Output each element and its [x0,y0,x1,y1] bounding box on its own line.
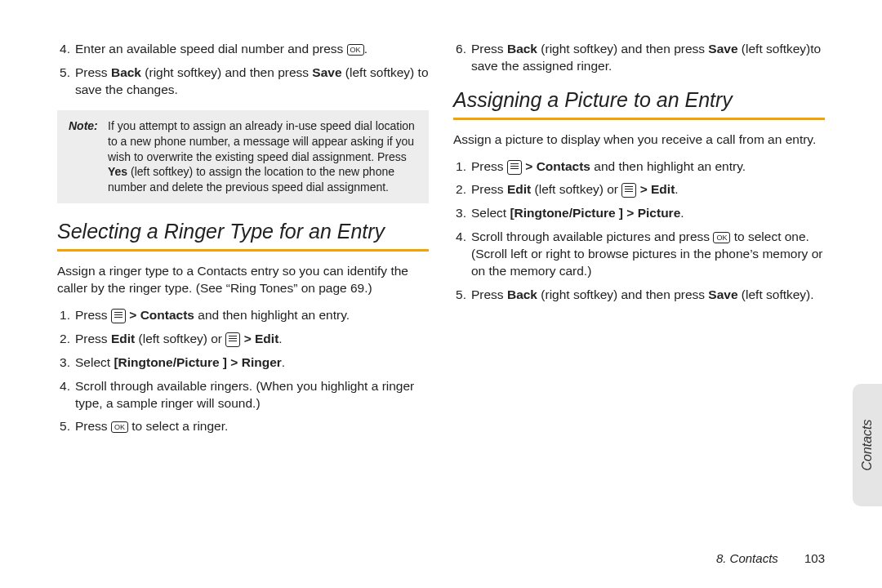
section-heading-picture: Assigning a Picture to an Entry [453,87,825,116]
ringer-intro: Assign a ringer type to a Contacts entry… [57,263,429,297]
bold-text: [Ringtone/Picture ] [114,355,227,369]
bold-text: Picture [638,206,681,220]
left-column: 4.Enter an available speed dial number a… [57,41,429,447]
gt-separator: > [626,206,634,220]
right-top-steps: 6.Press Back (right softkey) and then pr… [453,41,825,75]
ringer-steps: 1.Press > Contacts and then highlight an… [57,307,429,436]
bold-text: Edit [651,182,675,196]
step-body: Press Back (right softkey) and then pres… [471,287,825,304]
gt-separator: > [640,182,648,196]
list-item: 4.Enter an available speed dial number a… [57,41,429,58]
list-item: 4.Scroll through available pictures and … [453,229,825,280]
step-body: Press Back (right softkey) and then pres… [75,65,429,99]
note-text: If you attempt to assign an already in-u… [69,118,417,195]
section-rule [453,118,825,120]
step-body: Select [Ringtone/Picture ] > Ringer. [75,354,429,372]
note-label: Note: [69,118,103,134]
bold-text: Back [111,65,141,79]
footer-chapter: 8. Contacts [716,551,778,565]
bold-text: Save [708,287,737,301]
bold-text: Ringer [242,355,282,369]
page-body: 4.Enter an available speed dial number a… [0,0,882,496]
step-body: Press > Contacts and then highlight an e… [75,307,429,324]
footer-page-number: 103 [804,551,825,565]
step-number: 4. [57,41,75,58]
step-number: 1. [453,158,471,176]
bold-text: Contacts [537,159,590,173]
step-body: Select [Ringtone/Picture ] > Picture. [471,205,825,222]
step-number: 5. [57,418,75,435]
bold-text: Back [507,287,537,301]
step-body: Enter an available speed dial number and… [75,41,429,58]
menu-key-icon [621,183,636,198]
list-item: 3.Select [Ringtone/Picture ] > Picture. [453,205,825,222]
step-body: Press OK to select a ringer. [75,418,429,435]
bold-text: [Ringtone/Picture ] [510,206,623,220]
step-body: Press Back (right softkey) and then pres… [471,41,825,75]
section-heading-ringer: Selecting a Ringer Type for an Entry [57,218,429,247]
step-number: 3. [57,354,75,372]
step-number: 1. [57,307,75,324]
list-item: 5.Press Back (right softkey) and then pr… [57,65,429,99]
step-number: 2. [453,181,471,198]
bold-text: Edit [507,182,531,196]
list-item: 5.Press OK to select a ringer. [57,418,429,435]
menu-key-icon [111,309,126,323]
step-body: Scroll through available pictures and pr… [471,229,825,280]
note-box: Note: If you attempt to assign an alread… [57,110,429,203]
list-item: 1.Press > Contacts and then highlight an… [453,158,825,176]
step-number: 6. [453,41,471,75]
list-item: 2.Press Edit (left softkey) or > Edit. [57,331,429,348]
step-number: 4. [57,378,75,412]
bold-text: Save [312,65,341,79]
ok-key-icon: OK [713,232,730,243]
list-item: 5.Press Back (right softkey) and then pr… [453,287,825,304]
gt-separator: > [129,308,136,322]
gt-separator: > [525,159,532,173]
list-item: 2.Press Edit (left softkey) or > Edit. [453,181,825,198]
list-item: 4.Scroll through available ringers. (Whe… [57,378,429,412]
gt-separator: > [230,355,238,369]
step-number: 4. [453,229,471,280]
picture-steps: 1.Press > Contacts and then highlight an… [453,158,825,304]
list-item: 1.Press > Contacts and then highlight an… [57,307,429,324]
step-body: Press Edit (left softkey) or > Edit. [471,181,825,198]
gt-separator: > [244,332,252,345]
picture-intro: Assign a picture to display when you rec… [453,131,825,149]
ok-key-icon: OK [111,421,128,433]
list-item: 3.Select [Ringtone/Picture ] > Ringer. [57,354,429,372]
section-rule [57,249,429,252]
side-tab: Contacts [853,384,882,506]
left-top-steps: 4.Enter an available speed dial number a… [57,41,429,99]
page-footer: 8. Contacts 103 [716,551,825,565]
step-number: 3. [453,205,471,222]
ok-key-icon: OK [347,44,364,56]
bold-text: Back [507,42,537,56]
step-body: Press > Contacts and then highlight an e… [471,158,825,176]
bold-text: Save [708,42,737,56]
bold-text: Edit [111,332,135,345]
menu-key-icon [507,160,522,175]
side-tab-label: Contacts [860,419,875,470]
bold-text: Contacts [140,308,194,322]
list-item: 6.Press Back (right softkey) and then pr… [453,41,825,75]
step-number: 5. [57,65,75,99]
step-body: Scroll through available ringers. (When … [75,378,429,412]
step-number: 5. [453,287,471,304]
bold-text: Yes [108,165,127,178]
bold-text: Edit [255,332,278,345]
step-number: 2. [57,331,75,348]
right-column: 6.Press Back (right softkey) and then pr… [453,41,825,447]
step-body: Press Edit (left softkey) or > Edit. [75,331,429,348]
menu-key-icon [225,332,240,347]
